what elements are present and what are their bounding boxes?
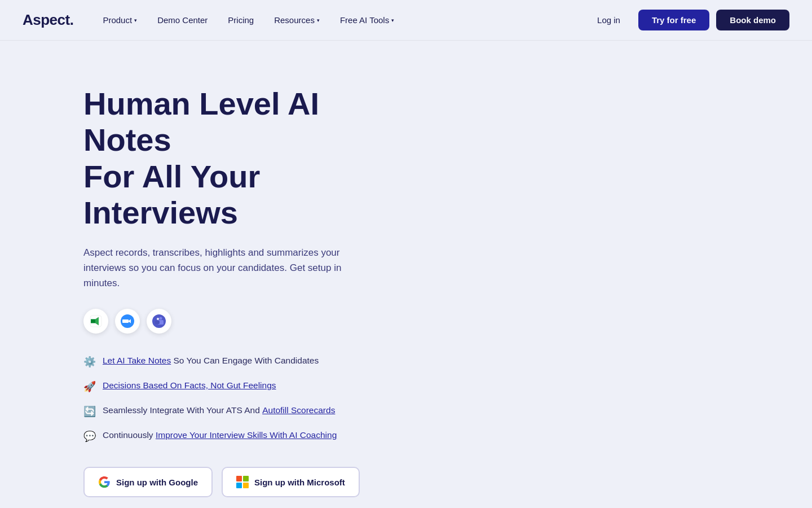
hero-section: Human Level AI Notes For All Your Interv… xyxy=(0,41,812,508)
feature-coaching: 💬 Continuously Improve Your Interview Sk… xyxy=(83,428,399,444)
login-button[interactable]: Log in xyxy=(586,10,632,30)
nav-pricing[interactable]: Pricing xyxy=(219,11,263,29)
settings-icon: ⚙️ xyxy=(83,354,96,370)
signup-buttons: Sign up with Google Sign up with Microso… xyxy=(83,467,399,497)
hero-visual xyxy=(433,86,729,508)
hero-subtitle: Aspect records, transcribes, highlights … xyxy=(83,245,354,291)
navbar: Aspect. Product ▾ Demo Center Pricing Re… xyxy=(0,0,812,41)
integration-icons xyxy=(83,309,399,334)
nav-links: Product ▾ Demo Center Pricing Resources … xyxy=(94,11,586,29)
coaching-link[interactable]: Improve Your Interview Skills With AI Co… xyxy=(156,430,337,440)
svg-point-6 xyxy=(157,318,159,320)
feature-list: ⚙️ Let AI Take Notes So You Can Engage W… xyxy=(83,354,399,444)
nav-free-ai-tools[interactable]: Free AI Tools ▾ xyxy=(331,11,403,29)
autofill-link[interactable]: Autofill Scorecards xyxy=(262,405,335,415)
nav-resources[interactable]: Resources ▾ xyxy=(265,11,329,29)
chevron-down-icon: ▾ xyxy=(391,17,394,23)
hero-title: Human Level AI Notes For All Your Interv… xyxy=(83,86,399,231)
signup-microsoft-label: Sign up with Microsoft xyxy=(254,478,345,487)
decisions-link[interactable]: Decisions Based On Facts, Not Gut Feelin… xyxy=(103,380,276,390)
signup-google-button[interactable]: Sign up with Google xyxy=(83,467,213,497)
sync-icon: 🔄 xyxy=(83,404,96,419)
feature-ai-notes: ⚙️ Let AI Take Notes So You Can Engage W… xyxy=(83,354,399,370)
nav-actions: Log in Try for free Book demo xyxy=(586,10,789,30)
signup-microsoft-button[interactable]: Sign up with Microsoft xyxy=(222,467,360,497)
feature-decisions: 🚀 Decisions Based On Facts, Not Gut Feel… xyxy=(83,379,399,395)
hero-content: Human Level AI Notes For All Your Interv… xyxy=(83,86,399,508)
chevron-down-icon: ▾ xyxy=(134,17,137,23)
svg-point-4 xyxy=(160,317,162,320)
logo[interactable]: Aspect. xyxy=(23,11,73,29)
chevron-down-icon: ▾ xyxy=(317,17,320,23)
google-icon xyxy=(98,476,111,488)
rocket-icon: 🚀 xyxy=(83,379,96,395)
try-free-button[interactable]: Try for free xyxy=(638,10,709,30)
chat-icon: 💬 xyxy=(83,429,96,444)
nav-demo-center[interactable]: Demo Center xyxy=(148,11,217,29)
ai-notes-link[interactable]: Let AI Take Notes xyxy=(103,356,171,365)
book-demo-button[interactable]: Book demo xyxy=(716,10,789,30)
nav-product[interactable]: Product ▾ xyxy=(94,11,146,29)
svg-rect-7 xyxy=(155,321,160,324)
feature-ats: 🔄 Seamlessly Integrate With Your ATS And… xyxy=(83,404,399,419)
google-meet-icon xyxy=(83,309,108,334)
zoom-icon xyxy=(115,309,140,334)
microsoft-icon xyxy=(236,476,249,488)
signup-google-label: Sign up with Google xyxy=(116,478,198,487)
microsoft-teams-icon xyxy=(147,309,171,334)
